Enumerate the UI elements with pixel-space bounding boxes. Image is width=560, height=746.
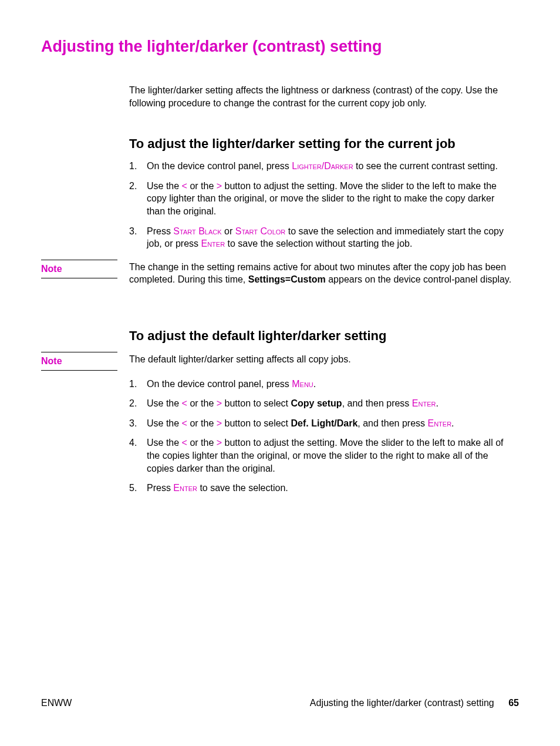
list-item: 3. Press Start Black or Start Color to s… bbox=[129, 225, 513, 250]
list-item: 4. Use the < or the > button to adjust t… bbox=[129, 436, 513, 475]
footer-left: ENWW bbox=[41, 698, 72, 708]
step-bold: Def. Light/Dark bbox=[291, 418, 358, 428]
control-panel-button-label: Menu bbox=[292, 379, 313, 389]
list-item: 1. On the device control panel, press Me… bbox=[129, 378, 513, 391]
step-bold: Copy setup bbox=[291, 398, 342, 408]
step-text: to see the current contrast setting. bbox=[353, 161, 498, 171]
step-text: . bbox=[313, 379, 316, 389]
section2-heading: To adjust the default lighter/darker set… bbox=[129, 328, 513, 344]
intro-paragraph: The lighter/darker setting affects the l… bbox=[129, 84, 513, 109]
control-panel-button-label: Start Color bbox=[235, 226, 286, 236]
step-number: 2. bbox=[129, 397, 137, 410]
list-item: 2. Use the < or the > button to select C… bbox=[129, 397, 513, 410]
step-text: On the device control panel, press bbox=[147, 379, 292, 389]
note-body: The change in the setting remains active… bbox=[129, 260, 513, 286]
control-panel-button-label: Start Black bbox=[173, 226, 221, 236]
control-panel-button-label: Enter bbox=[427, 418, 451, 428]
step-text: to save the selection without starting t… bbox=[225, 238, 412, 248]
step-text: or bbox=[222, 226, 235, 236]
step-text: Use the bbox=[147, 398, 182, 408]
step-text: , and then press bbox=[357, 418, 427, 428]
step-number: 3. bbox=[129, 225, 137, 238]
note-block: Note The change in the setting remains a… bbox=[129, 260, 513, 286]
footer-right: Adjusting the lighter/darker (contrast) … bbox=[310, 698, 519, 708]
note-block: Note The default lighter/darker setting … bbox=[129, 352, 513, 366]
footer-title: Adjusting the lighter/darker (contrast) … bbox=[310, 698, 494, 708]
section2-steps: 1. On the device control panel, press Me… bbox=[129, 378, 513, 495]
step-number: 4. bbox=[129, 436, 137, 449]
step-text: Press bbox=[147, 226, 173, 236]
right-arrow-symbol: > bbox=[217, 181, 222, 191]
step-number: 1. bbox=[129, 160, 137, 173]
step-number: 3. bbox=[129, 417, 137, 430]
note-label: Note bbox=[41, 352, 117, 371]
left-arrow-symbol: < bbox=[182, 438, 187, 448]
step-text: or the bbox=[187, 438, 217, 448]
list-item: 2. Use the < or the > button to adjust t… bbox=[129, 180, 513, 218]
step-text: button to select bbox=[222, 418, 291, 428]
step-text: or the bbox=[187, 398, 217, 408]
left-arrow-symbol: < bbox=[182, 418, 187, 428]
step-text: Use the bbox=[147, 438, 182, 448]
note-bold: Settings=Custom bbox=[248, 274, 326, 284]
right-arrow-symbol: > bbox=[217, 438, 222, 448]
section1-steps: 1. On the device control panel, press Li… bbox=[129, 160, 513, 250]
list-item: 3. Use the < or the > button to select D… bbox=[129, 417, 513, 430]
section1-heading: To adjust the lighter/darker setting for… bbox=[129, 136, 513, 152]
list-item: 1. On the device control panel, press Li… bbox=[129, 160, 513, 173]
page-title: Adjusting the lighter/darker (contrast) … bbox=[41, 38, 519, 56]
list-item: 5. Press Enter to save the selection. bbox=[129, 482, 513, 495]
control-panel-button-label: Enter bbox=[173, 483, 197, 493]
step-text: . bbox=[451, 418, 454, 428]
page-number: 65 bbox=[508, 698, 519, 708]
step-text: On the device control panel, press bbox=[147, 161, 292, 171]
control-panel-button-label: Enter bbox=[412, 398, 436, 408]
step-text: Use the bbox=[147, 418, 182, 428]
control-panel-button-label: Enter bbox=[201, 238, 225, 248]
left-arrow-symbol: < bbox=[182, 398, 187, 408]
step-text: Press bbox=[147, 483, 173, 493]
step-number: 1. bbox=[129, 378, 137, 391]
step-text: , and then press bbox=[342, 398, 412, 408]
note-text: appears on the device control-panel disp… bbox=[326, 274, 511, 284]
step-number: 2. bbox=[129, 180, 137, 193]
step-text: button to select bbox=[222, 398, 291, 408]
right-arrow-symbol: > bbox=[217, 398, 222, 408]
step-text: to save the selection. bbox=[197, 483, 288, 493]
step-text: . bbox=[436, 398, 438, 408]
note-body: The default lighter/darker setting affec… bbox=[129, 352, 513, 366]
step-text: or the bbox=[187, 181, 217, 191]
left-arrow-symbol: < bbox=[182, 181, 187, 191]
page-footer: ENWW Adjusting the lighter/darker (contr… bbox=[41, 698, 519, 708]
control-panel-button-label: Lighter/Darker bbox=[292, 161, 353, 171]
step-number: 5. bbox=[129, 482, 137, 495]
right-arrow-symbol: > bbox=[217, 418, 222, 428]
step-text: Use the bbox=[147, 181, 182, 191]
note-label: Note bbox=[41, 260, 117, 278]
step-text: or the bbox=[187, 418, 217, 428]
